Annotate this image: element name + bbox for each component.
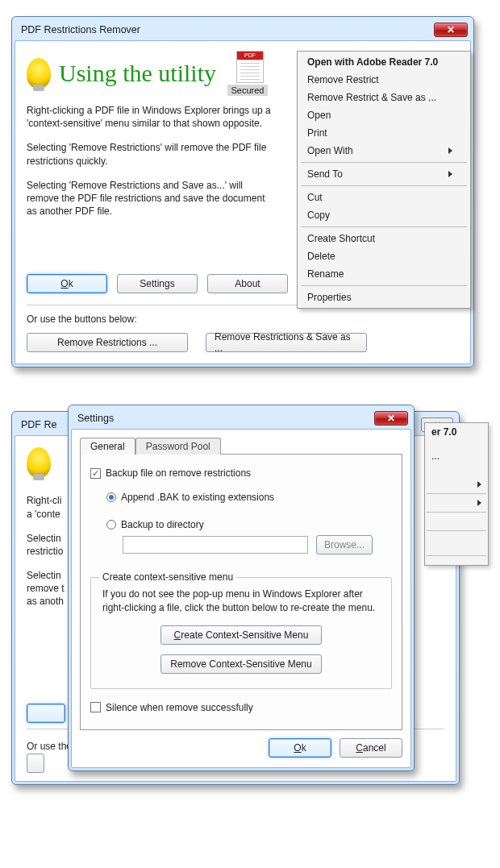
settings-close-button[interactable]: ✕ <box>374 411 408 426</box>
settings-button[interactable]: Settings <box>117 274 198 293</box>
main-window: PDF Restrictions Remover ✕ Using the uti… <box>11 16 474 368</box>
create-menu-button[interactable]: Create Context-Sensitive Menu Create Con… <box>160 625 322 645</box>
ctx-open[interactable]: Open <box>299 106 469 124</box>
browse-button[interactable]: Browse... <box>316 535 373 554</box>
group-help: If you do not see the pop-up menu in Win… <box>102 588 380 613</box>
bg-frag: a 'conte <box>27 508 67 521</box>
secured-tag: Secured <box>227 85 268 96</box>
ctx-separator <box>301 285 467 286</box>
para-3: Selecting 'Remove Restrictions and Save … <box>27 179 277 218</box>
or-use-label: Or use the buttons below: <box>27 314 459 325</box>
ctx-rename[interactable]: Rename <box>299 265 469 283</box>
close-icon: ✕ <box>447 25 455 35</box>
backup-dir-input[interactable] <box>123 536 308 554</box>
para-2: Selecting 'Remove Restrictions' will rem… <box>27 141 277 167</box>
tab-panel-general: ✓ Backup file on remove restrictions Bac… <box>80 454 402 729</box>
ctx-create-shortcut[interactable]: Create Shortcut <box>299 230 469 247</box>
remove-menu-button[interactable]: Remove Context-Sensitive Menu <box>160 654 322 674</box>
close-button[interactable]: ✕ <box>434 23 468 37</box>
tab-general[interactable]: General <box>80 438 135 455</box>
settings-title: Settings <box>77 413 114 424</box>
ctx-print[interactable]: Print <box>299 124 469 142</box>
ctx-copy[interactable]: Copy <box>299 206 469 224</box>
bg-ctx-frag12 <box>425 546 488 553</box>
bg-ctx-frag7 <box>425 496 488 509</box>
settings-client: General Password Pool ✓ Backup file on r… <box>71 429 411 767</box>
checkbox-icon: ✓ <box>90 468 101 479</box>
about-button[interactable]: About <box>207 274 288 293</box>
ctx-remove-restrict-save[interactable]: Remove Restrict & Save as ... <box>299 89 469 106</box>
backup-dir-radio[interactable]: Backup to directory <box>106 519 392 530</box>
bg-btn-frag[interactable] <box>27 754 44 773</box>
bg-ctx-frag6 <box>425 478 488 491</box>
ctx-separator <box>301 162 467 163</box>
chevron-right-icon <box>477 481 481 488</box>
window-title: PDF Restrictions Remover <box>21 24 140 35</box>
chevron-right-icon <box>448 147 452 154</box>
settings-ok-button[interactable]: Ok Ok <box>269 738 331 758</box>
pdf-file-icon <box>236 51 264 83</box>
settings-label: Settings <box>140 278 174 289</box>
chevron-right-icon <box>448 171 452 177</box>
bg-frag: restrictio <box>27 545 67 558</box>
bg-ctx-frag2 <box>425 441 488 447</box>
tab-password-pool[interactable]: Password Pool <box>135 438 221 455</box>
ctx-open-with[interactable]: Open With <box>299 142 469 160</box>
bg-ctx-frag5 <box>425 471 488 478</box>
ctx-send-to[interactable]: Send To <box>299 165 469 183</box>
settings-dialog: Settings ✕ General Password Pool ✓ Backu… <box>68 405 415 770</box>
checkbox-icon <box>90 702 101 712</box>
silence-checkbox[interactable]: Silence when remove successfully <box>90 702 392 713</box>
ctx-separator <box>301 185 467 186</box>
bg-context-menu-frag: er 7.0 ... <box>424 422 489 566</box>
ctx-open-adobe[interactable]: Open with Adobe Reader 7.0 <box>299 53 469 71</box>
radio-icon <box>106 492 116 502</box>
rr-label: Remove Restrictions ... <box>57 337 157 348</box>
bg-ctx-frag11 <box>425 540 488 546</box>
chevron-right-icon <box>477 500 481 506</box>
bulb-icon <box>27 447 51 478</box>
bg-ctx-frag10 <box>425 534 488 540</box>
append-bak-radio[interactable]: Append .BAK to existing extensions <box>106 492 392 503</box>
bg-ctx-frag13 <box>425 559 488 565</box>
ctx-cut[interactable]: Cut <box>299 189 469 206</box>
radio-icon <box>106 520 116 530</box>
bg-title-frag: PDF Re <box>21 419 56 430</box>
bg-ok-frag[interactable] <box>27 704 65 723</box>
rrsa-label: Remove Restrictions & Save as ... <box>215 331 358 354</box>
bulb-icon <box>27 58 51 89</box>
about-label: About <box>235 278 260 289</box>
page-heading: Using the utility <box>59 60 216 87</box>
remove-restrictions-save-button[interactable]: Remove Restrictions & Save as ... <box>206 333 367 352</box>
bg-ctx-frag4 <box>425 465 488 471</box>
bg-ctx-frag8 <box>425 515 488 521</box>
bg-oruse-frag: Or use the <box>27 741 72 752</box>
ctx-remove-restrict[interactable]: Remove Restrict <box>299 71 469 89</box>
ctx-separator <box>301 226 467 227</box>
close-icon: ✕ <box>387 413 395 423</box>
ctx-delete[interactable]: Delete <box>299 247 469 265</box>
bg-ctx-frag3: ... <box>425 447 488 465</box>
client-area: Using the utility Secured Right-clicking… <box>15 40 471 364</box>
bg-frag: Selectin <box>27 569 67 582</box>
settings-titlebar[interactable]: Settings ✕ <box>71 408 411 429</box>
bg-frag: Right-cli <box>27 494 67 507</box>
bg-frag: Selectin <box>27 532 67 545</box>
backup-checkbox[interactable]: ✓ Backup file on remove restrictions Bac… <box>90 467 392 479</box>
remove-restrictions-button[interactable]: Remove Restrictions ... <box>27 333 188 352</box>
bg-ctx-frag1: er 7.0 <box>425 423 488 441</box>
para-1: Right-clicking a PDF file in Windows Exp… <box>27 104 277 130</box>
context-menu: Open with Adobe Reader 7.0 Remove Restri… <box>297 51 471 309</box>
context-menu-group: Create context-sensitive menu If you do … <box>90 577 392 688</box>
group-legend: Create context-sensitive menu <box>99 571 236 583</box>
ok-button[interactable]: OOkk <box>27 274 107 293</box>
bg-ctx-frag9 <box>425 521 488 528</box>
ctx-properties[interactable]: Properties <box>299 289 469 306</box>
titlebar[interactable]: PDF Restrictions Remover ✕ <box>15 19 471 40</box>
bg-frag: remove t <box>27 582 67 595</box>
settings-cancel-button[interactable]: Cancel Cancel <box>340 738 402 758</box>
bg-frag: as anoth <box>27 595 67 608</box>
